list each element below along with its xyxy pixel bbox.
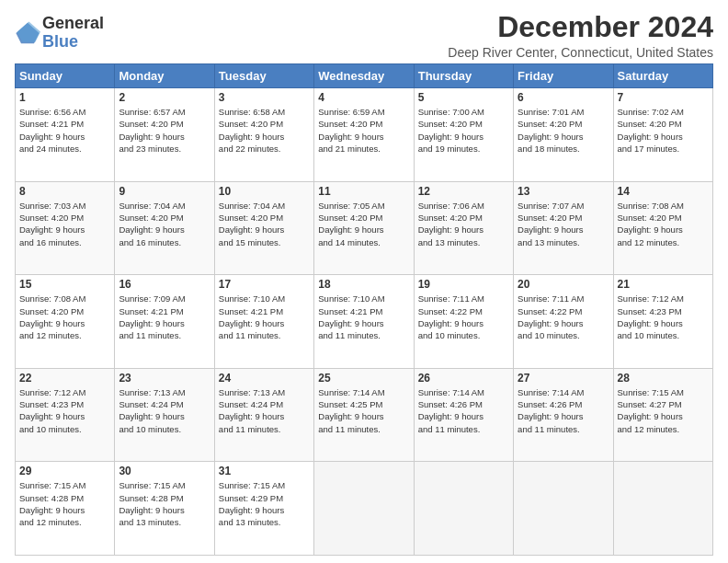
- calendar-cell: 2Sunrise: 6:57 AM Sunset: 4:20 PM Daylig…: [115, 88, 214, 182]
- day-info: Sunrise: 6:57 AM Sunset: 4:20 PM Dayligh…: [119, 106, 210, 155]
- day-info: Sunrise: 7:06 AM Sunset: 4:20 PM Dayligh…: [418, 200, 509, 248]
- calendar-cell: [414, 462, 513, 556]
- day-info: Sunrise: 7:13 AM Sunset: 4:24 PM Dayligh…: [119, 386, 210, 435]
- day-number: 27: [518, 372, 609, 385]
- calendar-cell: 12Sunrise: 7:06 AM Sunset: 4:20 PM Dayli…: [414, 181, 513, 275]
- calendar-week-row: 1Sunrise: 6:56 AM Sunset: 4:21 PM Daylig…: [16, 88, 713, 182]
- calendar-cell: 18Sunrise: 7:10 AM Sunset: 4:21 PM Dayli…: [314, 275, 414, 369]
- day-info: Sunrise: 7:08 AM Sunset: 4:20 PM Dayligh…: [19, 293, 110, 341]
- day-info: Sunrise: 7:15 AM Sunset: 4:28 PM Dayligh…: [119, 479, 210, 528]
- day-number: 6: [518, 91, 609, 104]
- day-info: Sunrise: 6:58 AM Sunset: 4:20 PM Dayligh…: [219, 106, 310, 155]
- day-number: 21: [618, 278, 709, 291]
- calendar-header-friday: Friday: [514, 64, 613, 88]
- day-number: 31: [219, 465, 310, 477]
- day-info: Sunrise: 7:15 AM Sunset: 4:29 PM Dayligh…: [219, 479, 310, 528]
- day-info: Sunrise: 7:14 AM Sunset: 4:26 PM Dayligh…: [518, 386, 609, 435]
- day-number: 22: [19, 372, 110, 385]
- calendar-cell: 28Sunrise: 7:15 AM Sunset: 4:27 PM Dayli…: [613, 368, 712, 462]
- day-number: 4: [318, 91, 409, 104]
- day-info: Sunrise: 6:59 AM Sunset: 4:20 PM Dayligh…: [318, 106, 409, 155]
- calendar-header-tuesday: Tuesday: [214, 64, 313, 88]
- day-number: 25: [318, 372, 409, 385]
- day-number: 24: [219, 372, 310, 385]
- day-number: 10: [219, 185, 310, 198]
- calendar-cell: 17Sunrise: 7:10 AM Sunset: 4:21 PM Dayli…: [214, 275, 313, 369]
- day-number: 11: [318, 185, 409, 198]
- day-number: 3: [219, 91, 310, 104]
- calendar-cell: [613, 462, 712, 556]
- day-number: 13: [518, 185, 609, 198]
- calendar-cell: 21Sunrise: 7:12 AM Sunset: 4:23 PM Dayli…: [613, 275, 712, 369]
- day-info: Sunrise: 7:15 AM Sunset: 4:28 PM Dayligh…: [19, 479, 110, 528]
- calendar-cell: 7Sunrise: 7:02 AM Sunset: 4:20 PM Daylig…: [613, 88, 712, 182]
- calendar-header-sunday: Sunday: [16, 64, 115, 88]
- calendar-cell: 27Sunrise: 7:14 AM Sunset: 4:26 PM Dayli…: [514, 368, 613, 462]
- calendar-cell: [514, 462, 613, 556]
- title-section: December 2024 Deep River Center, Connect…: [448, 11, 713, 60]
- calendar-cell: 25Sunrise: 7:14 AM Sunset: 4:25 PM Dayli…: [314, 368, 414, 462]
- logo: General Blue: [15, 15, 104, 52]
- calendar-cell: 31Sunrise: 7:15 AM Sunset: 4:29 PM Dayli…: [214, 462, 313, 556]
- day-info: Sunrise: 6:56 AM Sunset: 4:21 PM Dayligh…: [19, 106, 110, 155]
- day-info: Sunrise: 7:13 AM Sunset: 4:24 PM Dayligh…: [219, 386, 310, 435]
- day-number: 19: [418, 278, 509, 291]
- day-number: 2: [119, 91, 210, 104]
- calendar-cell: 16Sunrise: 7:09 AM Sunset: 4:21 PM Dayli…: [115, 275, 214, 369]
- day-info: Sunrise: 7:15 AM Sunset: 4:27 PM Dayligh…: [618, 386, 709, 435]
- calendar-cell: 20Sunrise: 7:11 AM Sunset: 4:22 PM Dayli…: [514, 275, 613, 369]
- day-number: 16: [119, 278, 210, 291]
- calendar-cell: 8Sunrise: 7:03 AM Sunset: 4:20 PM Daylig…: [16, 181, 115, 275]
- calendar-cell: [314, 462, 414, 556]
- calendar-cell: 19Sunrise: 7:11 AM Sunset: 4:22 PM Dayli…: [414, 275, 513, 369]
- header: General Blue December 2024 Deep River Ce…: [15, 11, 713, 60]
- day-number: 14: [618, 185, 709, 198]
- day-info: Sunrise: 7:14 AM Sunset: 4:25 PM Dayligh…: [318, 386, 409, 435]
- calendar-cell: 26Sunrise: 7:14 AM Sunset: 4:26 PM Dayli…: [414, 368, 513, 462]
- calendar-table: SundayMondayTuesdayWednesdayThursdayFrid…: [15, 63, 713, 556]
- calendar-header-saturday: Saturday: [613, 64, 712, 88]
- day-info: Sunrise: 7:04 AM Sunset: 4:20 PM Dayligh…: [119, 200, 210, 248]
- calendar-week-row: 29Sunrise: 7:15 AM Sunset: 4:28 PM Dayli…: [16, 462, 713, 556]
- calendar-week-row: 15Sunrise: 7:08 AM Sunset: 4:20 PM Dayli…: [16, 275, 713, 369]
- day-info: Sunrise: 7:11 AM Sunset: 4:22 PM Dayligh…: [418, 293, 509, 341]
- day-info: Sunrise: 7:14 AM Sunset: 4:26 PM Dayligh…: [418, 386, 509, 435]
- calendar-cell: 24Sunrise: 7:13 AM Sunset: 4:24 PM Dayli…: [214, 368, 313, 462]
- day-number: 15: [19, 278, 110, 291]
- day-info: Sunrise: 7:07 AM Sunset: 4:20 PM Dayligh…: [518, 200, 609, 248]
- day-info: Sunrise: 7:03 AM Sunset: 4:20 PM Dayligh…: [19, 200, 110, 248]
- calendar-cell: 14Sunrise: 7:08 AM Sunset: 4:20 PM Dayli…: [613, 181, 712, 275]
- day-number: 17: [219, 278, 310, 291]
- calendar-cell: 4Sunrise: 6:59 AM Sunset: 4:20 PM Daylig…: [314, 88, 414, 182]
- calendar-cell: 11Sunrise: 7:05 AM Sunset: 4:20 PM Dayli…: [314, 181, 414, 275]
- day-number: 18: [318, 278, 409, 291]
- calendar-header-row: SundayMondayTuesdayWednesdayThursdayFrid…: [16, 64, 713, 88]
- day-number: 26: [418, 372, 509, 385]
- day-info: Sunrise: 7:05 AM Sunset: 4:20 PM Dayligh…: [318, 200, 409, 248]
- calendar-cell: 3Sunrise: 6:58 AM Sunset: 4:20 PM Daylig…: [214, 88, 313, 182]
- logo-icon: [15, 20, 40, 46]
- day-info: Sunrise: 7:10 AM Sunset: 4:21 PM Dayligh…: [318, 293, 409, 341]
- day-info: Sunrise: 7:11 AM Sunset: 4:22 PM Dayligh…: [518, 293, 609, 341]
- day-number: 9: [119, 185, 210, 198]
- day-info: Sunrise: 7:00 AM Sunset: 4:20 PM Dayligh…: [418, 106, 509, 155]
- day-info: Sunrise: 7:02 AM Sunset: 4:20 PM Dayligh…: [618, 106, 709, 155]
- calendar-cell: 5Sunrise: 7:00 AM Sunset: 4:20 PM Daylig…: [414, 88, 513, 182]
- logo-blue-text: Blue: [42, 33, 104, 52]
- day-number: 1: [19, 91, 110, 104]
- calendar-cell: 1Sunrise: 6:56 AM Sunset: 4:21 PM Daylig…: [16, 88, 115, 182]
- calendar-cell: 30Sunrise: 7:15 AM Sunset: 4:28 PM Dayli…: [115, 462, 214, 556]
- day-info: Sunrise: 7:01 AM Sunset: 4:20 PM Dayligh…: [518, 106, 609, 155]
- day-number: 28: [618, 372, 709, 385]
- day-number: 8: [19, 185, 110, 198]
- day-number: 29: [19, 465, 110, 477]
- subtitle: Deep River Center, Connecticut, United S…: [448, 45, 713, 60]
- day-number: 5: [418, 91, 509, 104]
- day-number: 30: [119, 465, 210, 477]
- day-number: 12: [418, 185, 509, 198]
- calendar-cell: 6Sunrise: 7:01 AM Sunset: 4:20 PM Daylig…: [514, 88, 613, 182]
- calendar-header-wednesday: Wednesday: [314, 64, 414, 88]
- calendar-header-thursday: Thursday: [414, 64, 513, 88]
- calendar-cell: 23Sunrise: 7:13 AM Sunset: 4:24 PM Dayli…: [115, 368, 214, 462]
- calendar-week-row: 22Sunrise: 7:12 AM Sunset: 4:23 PM Dayli…: [16, 368, 713, 462]
